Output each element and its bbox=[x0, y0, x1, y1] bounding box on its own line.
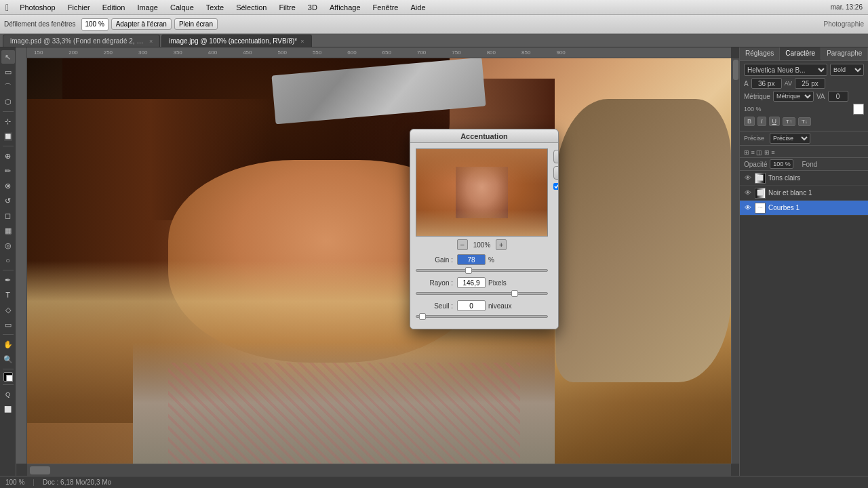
apple-menu[interactable]:  bbox=[5, 2, 9, 13]
tool-mask[interactable]: Q bbox=[1, 388, 15, 401]
metric-select[interactable]: Métrique bbox=[773, 91, 814, 102]
menu-selection[interactable]: Sélection bbox=[231, 2, 272, 13]
tool-blur[interactable]: ◎ bbox=[1, 239, 15, 252]
canvas-viewport bbox=[27, 58, 731, 464]
tool-clone[interactable]: ⊗ bbox=[1, 179, 15, 192]
photo-canvas[interactable] bbox=[27, 58, 731, 464]
menu-calque[interactable]: Calque bbox=[165, 2, 199, 13]
underline-button[interactable]: U bbox=[769, 117, 781, 126]
tool-hand[interactable]: ✋ bbox=[1, 338, 15, 351]
full-screen-button[interactable]: Plein écran bbox=[174, 18, 218, 30]
precise-label: Précise bbox=[744, 135, 764, 142]
tool-frame[interactable]: ⬜ bbox=[1, 403, 15, 416]
italic-button[interactable]: I bbox=[757, 117, 766, 126]
tool-zoom[interactable]: 🔍 bbox=[1, 352, 15, 366]
menu-fichier[interactable]: Fichier bbox=[62, 2, 96, 13]
zoom-input[interactable] bbox=[81, 18, 108, 30]
layer-noir-blanc[interactable]: 👁 ⬜ Noir et blanc 1 bbox=[740, 186, 868, 201]
layer-thumb-0: ⬜ bbox=[755, 173, 766, 184]
tab-close-0[interactable]: × bbox=[149, 38, 153, 45]
tool-path[interactable]: ◇ bbox=[1, 303, 15, 317]
tab-close-1[interactable]: × bbox=[300, 38, 304, 45]
dialog-content: − 100% + Gain : % bbox=[410, 143, 558, 329]
tool-eyedropper[interactable]: 🔲 bbox=[1, 129, 15, 143]
tab-0[interactable]: image.psd @ 33,3% (Fond en dégradé 2, RV… bbox=[3, 35, 160, 47]
app-container: Défilement des fenêtres Adapter à l'écra… bbox=[0, 15, 868, 488]
vertical-scrollbar[interactable] bbox=[731, 58, 739, 464]
gain-slider-thumb[interactable] bbox=[465, 267, 472, 274]
dialog-titlebar[interactable]: Accentuation bbox=[410, 129, 558, 143]
dialog-preview[interactable] bbox=[416, 148, 548, 237]
gain-slider-track[interactable] bbox=[416, 269, 548, 272]
font-style-select[interactable]: Bold bbox=[830, 64, 864, 76]
apercu-checkbox[interactable] bbox=[553, 183, 559, 190]
tracking-input[interactable] bbox=[795, 78, 825, 89]
tool-select-rect[interactable]: ▭ bbox=[1, 65, 15, 79]
metric-row: Métrique Métrique VA bbox=[744, 91, 864, 102]
tool-pen[interactable]: ✒ bbox=[1, 273, 15, 287]
tool-magic-wand[interactable]: ⬡ bbox=[1, 95, 15, 108]
menu-photoshop[interactable]: Photoshop bbox=[14, 2, 61, 13]
tool-crop[interactable]: ⊹ bbox=[1, 115, 15, 128]
tool-eraser[interactable]: ◻ bbox=[1, 209, 15, 222]
fit-screen-button[interactable]: Adapter à l'écran bbox=[111, 18, 172, 30]
menu-fenetre[interactable]: Fenêtre bbox=[368, 2, 404, 13]
tool-lasso[interactable]: ⌒ bbox=[1, 80, 15, 94]
menu-3d[interactable]: 3D bbox=[302, 2, 323, 13]
layer-courbes[interactable]: 👁 〜 Courbes 1 bbox=[740, 201, 868, 216]
cancel-button[interactable]: Annuler bbox=[553, 166, 559, 180]
seuil-input[interactable] bbox=[457, 300, 486, 311]
tool-history-brush[interactable]: ↺ bbox=[1, 194, 15, 207]
opacity-input[interactable] bbox=[770, 159, 793, 169]
tool-move[interactable]: ↖ bbox=[1, 50, 15, 64]
font-size-input[interactable] bbox=[751, 78, 782, 89]
gain-input[interactable] bbox=[457, 254, 486, 265]
font-family-select[interactable]: Helvetica Neue B... bbox=[744, 64, 827, 76]
menu-image[interactable]: Image bbox=[132, 2, 163, 13]
rayon-slider-thumb[interactable] bbox=[511, 290, 518, 297]
foreground-color[interactable] bbox=[3, 372, 13, 382]
zoom-in-button[interactable]: + bbox=[496, 239, 507, 250]
seuil-slider-thumb[interactable] bbox=[419, 313, 426, 320]
menu-texte[interactable]: Texte bbox=[201, 2, 229, 13]
seuil-slider-track[interactable] bbox=[416, 315, 548, 318]
va-input[interactable] bbox=[828, 91, 848, 102]
menu-edition[interactable]: Edition bbox=[97, 2, 131, 13]
tool-shape[interactable]: ▭ bbox=[1, 318, 15, 331]
precise-row: Précise Précise bbox=[740, 131, 868, 146]
panel-tab-caractere[interactable]: Caractère bbox=[780, 47, 821, 60]
tool-text[interactable]: T bbox=[1, 288, 15, 302]
layer-mode-row: ⊞ ≡ ◫ ⊞ ≡ bbox=[740, 148, 868, 158]
rayon-input[interactable] bbox=[457, 277, 486, 288]
horizontal-scrollbar[interactable] bbox=[27, 464, 731, 476]
opacity-label: Opacité bbox=[744, 161, 767, 168]
tool-gradient[interactable]: ▦ bbox=[1, 224, 15, 237]
eye-icon-2[interactable]: 👁 bbox=[744, 204, 752, 211]
rayon-row: Rayon : Pixels bbox=[416, 277, 548, 288]
layer-tons-clairs[interactable]: 👁 ⬜ Tons clairs bbox=[740, 171, 868, 186]
panel-tab-paragraphe[interactable]: Paragraphe bbox=[821, 47, 868, 60]
work-area: ↖ ▭ ⌒ ⬡ ⊹ 🔲 ⊕ ✏ ⊗ ↺ ◻ ▦ ◎ ○ ✒ T ◇ ▭ ✋ 🔍 bbox=[0, 47, 868, 476]
tab-1[interactable]: image.jpg @ 100% (accentuation, RVB/8)* … bbox=[161, 35, 311, 47]
tool-heal[interactable]: ⊕ bbox=[1, 149, 15, 163]
precise-select[interactable]: Précise bbox=[770, 133, 810, 144]
zoom-out-button[interactable]: − bbox=[457, 239, 468, 250]
menu-affichage[interactable]: Affichage bbox=[324, 2, 366, 13]
ok-button[interactable]: OK bbox=[553, 150, 559, 163]
photographie-label: Photographie bbox=[824, 20, 865, 28]
subscript-button[interactable]: T↓ bbox=[798, 117, 811, 126]
menu-aide[interactable]: Aide bbox=[406, 2, 431, 13]
gain-row: Gain : % bbox=[416, 254, 548, 265]
rayon-slider-track[interactable] bbox=[416, 292, 548, 295]
bold-button[interactable]: B bbox=[744, 117, 755, 126]
superscript-button[interactable]: T↑ bbox=[783, 117, 795, 126]
layer-name-0: Tons clairs bbox=[768, 174, 800, 182]
layers-panel: 👁 ⬜ Tons clairs 👁 ⬜ Noir et blanc 1 👁 〜 … bbox=[740, 171, 868, 476]
color-swatch[interactable] bbox=[853, 104, 864, 115]
eye-icon-1[interactable]: 👁 bbox=[744, 189, 752, 197]
tool-brush[interactable]: ✏ bbox=[1, 164, 15, 178]
tool-dodge[interactable]: ○ bbox=[1, 253, 15, 267]
panel-tab-reglages[interactable]: Réglages bbox=[740, 47, 780, 60]
eye-icon-0[interactable]: 👁 bbox=[744, 174, 752, 182]
menu-filtre[interactable]: Filtre bbox=[273, 2, 300, 13]
